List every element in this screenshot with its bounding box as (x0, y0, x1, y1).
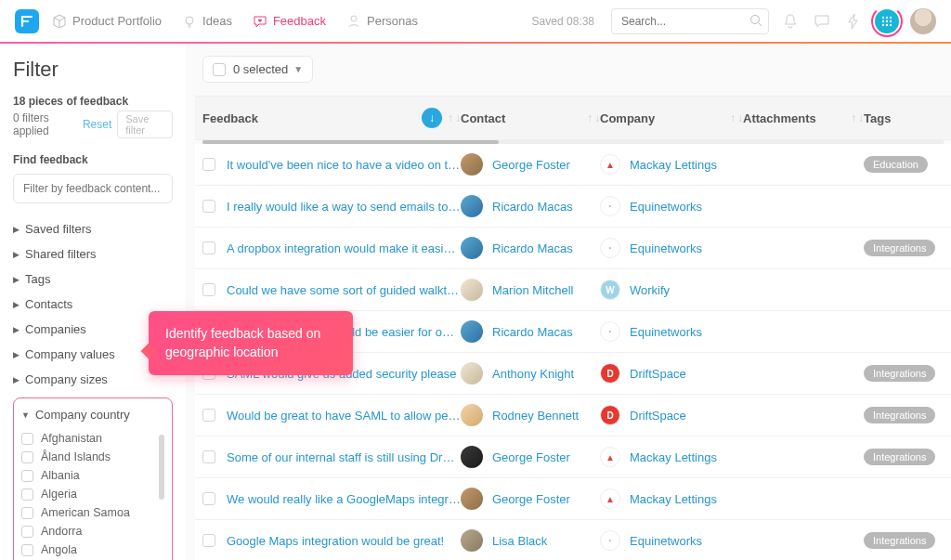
contact-link[interactable]: Ricardo Macas (492, 200, 573, 214)
bell-icon[interactable] (780, 11, 801, 32)
feedback-link[interactable]: We would really like a GoogleMaps integr… (227, 492, 461, 506)
contact-link[interactable]: Ricardo Macas (492, 241, 573, 255)
contact-avatar (461, 320, 483, 343)
bolt-icon[interactable] (843, 11, 864, 32)
country-option[interactable]: Afghanistan (21, 429, 166, 448)
country-option[interactable]: Algeria (21, 485, 166, 503)
contact-link[interactable]: George Foster (492, 450, 570, 464)
app-logo[interactable] (15, 9, 39, 33)
find-feedback-input[interactable] (13, 174, 173, 203)
checkbox[interactable] (21, 488, 33, 501)
feedback-link[interactable]: Would be great to have SAML to allow peo… (227, 409, 461, 423)
col-attachments[interactable]: Attachments↑↓ (743, 111, 864, 125)
person-icon (346, 14, 361, 29)
nav-label: Product Portfolio (72, 14, 162, 28)
contact-link[interactable]: Lisa Black (492, 534, 547, 548)
country-option[interactable]: Albania (21, 466, 166, 485)
search-input[interactable] (611, 8, 769, 34)
col-company[interactable]: Company↑↓ (600, 111, 743, 125)
company-link[interactable]: Mackay Lettings (630, 492, 717, 506)
feedback-link[interactable]: A dropbox integration would make it easi… (227, 241, 461, 255)
feedback-link[interactable]: It would've been nice to have a video on… (227, 158, 461, 172)
company-link[interactable]: Equinetworks (630, 325, 702, 339)
row-checkbox[interactable] (202, 200, 215, 213)
checkbox[interactable] (21, 544, 33, 556)
row-checkbox[interactable] (202, 450, 215, 463)
facet-company-country[interactable]: ▼Company country (21, 406, 166, 429)
checkbox[interactable] (21, 526, 33, 538)
sort-arrows[interactable]: ↑↓ (730, 111, 743, 124)
nav-label: Personas (367, 14, 418, 28)
nav-product-portfolio[interactable]: Product Portfolio (52, 14, 162, 29)
country-option[interactable]: Åland Islands (21, 448, 166, 466)
table-row: Would be great to have SAML to allow peo… (195, 395, 951, 436)
sort-arrows[interactable]: ↑↓ (587, 111, 600, 124)
select-all-checkbox[interactable] (213, 63, 226, 76)
feedback-link[interactable]: I really would like a way to send emails… (227, 200, 461, 214)
facet-item[interactable]: ▶Shared filters (13, 241, 173, 267)
sort-arrows[interactable]: ↑↓ (851, 111, 864, 124)
feedback-link[interactable]: Some of our internal staff is still usin… (227, 450, 461, 464)
contact-link[interactable]: Marion Mitchell (492, 283, 573, 297)
company-link[interactable]: Equinetworks (630, 200, 702, 214)
company-link[interactable]: Mackay Lettings (630, 450, 717, 464)
contact-link[interactable]: Rodney Bennett (492, 409, 579, 423)
search-icon (749, 13, 763, 28)
contact-link[interactable]: George Foster (492, 492, 570, 506)
row-checkbox[interactable] (202, 492, 215, 505)
sort-arrows[interactable]: ↑↓ (448, 111, 461, 124)
comment-icon[interactable] (812, 11, 832, 32)
nav-feedback[interactable]: Feedback (253, 14, 326, 29)
selection-bar[interactable]: 0 selected ▼ (202, 56, 313, 83)
top-nav: Product Portfolio Ideas Feedback Persona… (0, 0, 951, 43)
horizontal-scrollbar[interactable] (202, 140, 944, 144)
user-avatar[interactable] (910, 8, 936, 34)
apps-menu[interactable] (875, 9, 899, 33)
contact-link[interactable]: George Foster (492, 158, 570, 172)
row-checkbox[interactable] (202, 241, 215, 254)
tags-cell: Integrations (864, 365, 935, 382)
checkbox[interactable] (21, 470, 33, 482)
checkbox[interactable] (21, 433, 33, 445)
filters-applied: 0 filters applied Reset Save filter (13, 111, 173, 138)
country-option[interactable]: Andorra (21, 522, 166, 540)
feedback-link[interactable]: Could we have some sort of guided walkth… (227, 283, 461, 297)
sort-active-button[interactable]: ↓ (422, 108, 442, 128)
company-link[interactable]: Mackay Lettings (630, 158, 717, 172)
reset-link[interactable]: Reset (83, 118, 111, 131)
tags-cell: Integrations (864, 532, 935, 549)
facet-item[interactable]: ▶Tags (13, 267, 173, 292)
chat-heart-icon (253, 14, 267, 29)
checkbox[interactable] (21, 507, 33, 519)
col-contact[interactable]: Contact↑↓ (461, 111, 600, 125)
nav-personas[interactable]: Personas (346, 14, 418, 29)
col-tags[interactable]: Tags (864, 111, 919, 125)
contact-link[interactable]: Ricardo Macas (492, 325, 573, 339)
company-logo: · (600, 530, 620, 551)
facet-item[interactable]: ▶Saved filters (13, 216, 173, 241)
svg-point-9 (882, 23, 884, 25)
row-checkbox[interactable] (202, 158, 215, 171)
nav-label: Feedback (273, 14, 326, 28)
col-feedback[interactable]: Feedback ↓ ↑↓ (202, 108, 461, 128)
company-link[interactable]: Equinetworks (630, 534, 702, 548)
checkbox[interactable] (21, 451, 33, 463)
row-checkbox[interactable] (202, 534, 215, 547)
feedback-link[interactable]: Google Maps integration would be great! (227, 534, 461, 548)
country-option[interactable]: Angola (21, 540, 166, 559)
company-link[interactable]: Workify (630, 283, 670, 297)
tags-cell: Integrations (864, 407, 935, 423)
company-link[interactable]: Equinetworks (630, 241, 702, 255)
company-link[interactable]: DriftSpace (630, 367, 686, 381)
scrollbar[interactable] (159, 435, 164, 500)
row-checkbox[interactable] (202, 409, 215, 422)
company-logo: · (600, 238, 620, 258)
tag-badge: Integrations (864, 240, 935, 256)
row-checkbox[interactable] (202, 283, 215, 296)
country-option[interactable]: American Samoa (21, 503, 166, 522)
nav-ideas[interactable]: Ideas (182, 14, 232, 29)
contact-link[interactable]: Anthony Knight (492, 367, 574, 381)
save-filter-button[interactable]: Save filter (117, 111, 173, 138)
chevron-down-icon: ▼ (293, 64, 303, 74)
company-link[interactable]: DriftSpace (630, 409, 686, 423)
